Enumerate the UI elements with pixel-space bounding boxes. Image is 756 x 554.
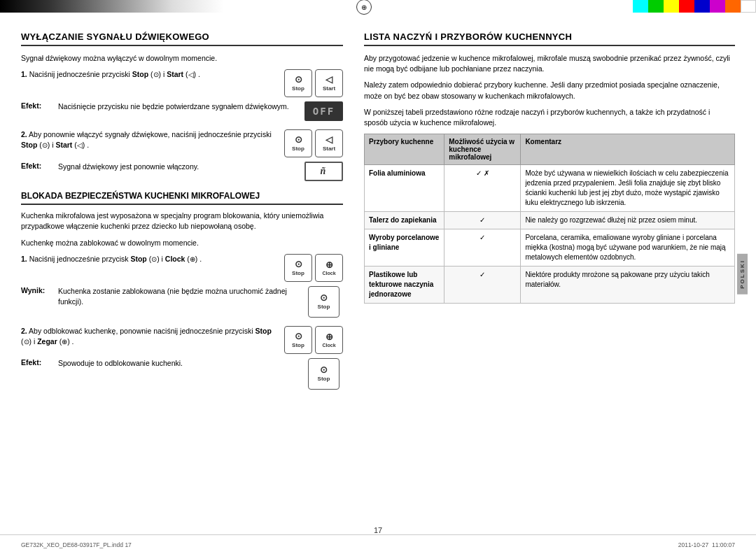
- step1-container: 1. Naciśnij jednocześnie przyciski Stop …: [21, 69, 343, 121]
- step4-zegar: Zegar: [37, 337, 57, 346]
- wynik-text: Kuchenka zostanie zablokowana (nie będzi…: [58, 286, 299, 307]
- step3-number: 1.: [21, 255, 27, 263]
- step3-prefix: Naciśnij jednocześnie przycisk: [29, 255, 131, 263]
- step4-stop-icon: (⊙): [21, 337, 34, 346]
- right-column: LISTA NACZYŃ I PRZYBORÓW KUCHENNYCH Aby …: [364, 31, 735, 526]
- step2-number: 2.: [21, 130, 27, 138]
- step1-icon-stop: (⊙): [150, 70, 163, 78]
- col-header-3: Komentarz: [521, 134, 735, 165]
- stop-button-2[interactable]: ⊙ Stop: [284, 129, 312, 157]
- start-button-2[interactable]: ◁ Start: [315, 129, 343, 157]
- table-usable-1: ✓: [444, 212, 521, 229]
- step4-suffix: .: [72, 337, 74, 346]
- table-usable-2: ✓: [444, 229, 521, 267]
- stop-button-1[interactable]: ⊙ Stop: [284, 69, 312, 97]
- section-audio-title: WYŁĄCZANIE SYGNAŁU DŹWIĘKOWEGO: [21, 31, 343, 46]
- stop-symbol-3: ⊙: [295, 260, 302, 269]
- step4-stop: Stop: [255, 327, 271, 335]
- zegar-label-4: Clock: [322, 343, 335, 348]
- left-column: WYŁĄCZANIE SYGNAŁU DŹWIĘKOWEGO Sygnał dź…: [21, 31, 343, 526]
- stop-display-btn-4: ⊙ Stop: [308, 358, 340, 390]
- green-swatch: [648, 0, 664, 13]
- stop-button-4[interactable]: ⊙ Stop: [284, 326, 312, 354]
- step4-container: 2. Aby odblokować kuchenkę, ponownie nac…: [21, 326, 343, 390]
- display-on: ñ: [304, 162, 343, 181]
- step1-start: Start: [167, 70, 183, 78]
- step3-clock-icon: (⊕): [187, 255, 197, 263]
- step2-buttons: ⊙ Stop ◁ Start: [284, 129, 343, 157]
- display-off: OFF: [304, 101, 343, 121]
- step1-text: 1. Naciśnij jednocześnie przyciski Stop …: [21, 69, 279, 80]
- step1-number: 1.: [21, 70, 27, 78]
- step3-stop: Stop: [130, 255, 146, 263]
- table-comment-1: Nie należy go rozgrzewać dłużej niż prze…: [521, 212, 735, 229]
- table-item-3: Plastikowe lub tekturowe naczynia jednor…: [365, 267, 444, 304]
- step4-zegar-icon: (⊕): [59, 337, 70, 346]
- compass-icon: ⊕: [356, 0, 372, 15]
- step2-row: 2. Aby ponownie włączyć sygnały dźwiękow…: [21, 129, 343, 157]
- table-row: Wyroby porcelanowe i gliniane ✓ Porcelan…: [365, 229, 735, 267]
- right-intro-3: W poniższej tabeli przedstawiono różne r…: [364, 107, 735, 128]
- section-lock-p2: Kuchenkę można zablokować w dowolnym mom…: [21, 238, 343, 248]
- table-row: Folia aluminiowa ✓ ✗ Może być używana w …: [365, 165, 735, 212]
- stop-label-1: Stop: [292, 85, 304, 92]
- effect4-text: Spowoduje to odblokowanie kuchenki.: [58, 358, 299, 369]
- step2-stop-icon: (⊙): [39, 141, 52, 149]
- table-item-2: Wyroby porcelanowe i gliniane: [365, 229, 444, 267]
- start-label-2: Start: [323, 145, 335, 152]
- table-row: Talerz do zapiekania ✓ Nie należy go roz…: [365, 212, 735, 229]
- section-list-title: LISTA NACZYŃ I PRZYBORÓW KUCHENNYCH: [364, 31, 735, 46]
- effect1-text: Naciśnięcie przycisku nie będzie potwier…: [58, 101, 296, 112]
- effect2-label: Efekt:: [21, 162, 52, 170]
- start-label-1: Start: [323, 85, 335, 92]
- stop-only-display: ⊙ Stop: [304, 286, 343, 318]
- step2-container: 2. Aby ponownie włączyć sygnały dźwiękow…: [21, 129, 343, 181]
- stop-symbol-1: ⊙: [295, 75, 302, 84]
- section-audio-intro: Sygnał dźwiękowy można wyłączyć w dowoln…: [21, 53, 343, 64]
- effect1-row: Efekt: Naciśnięcie przycisku nie będzie …: [21, 101, 343, 121]
- step2-text: 2. Aby ponownie włączyć sygnały dźwiękow…: [21, 129, 279, 151]
- effect4-label: Efekt:: [21, 358, 52, 367]
- section-audio: WYŁĄCZANIE SYGNAŁU DŹWIĘKOWEGO Sygnał dź…: [21, 31, 343, 181]
- step2-start-icon: (◁): [74, 141, 85, 149]
- sidebar-label: POLSKI: [737, 254, 748, 294]
- stop-symbol-4: ⊙: [295, 332, 302, 341]
- red-swatch: [679, 0, 694, 13]
- effect4-row: Efekt: Spowoduje to odblokowanie kuchenk…: [21, 358, 343, 390]
- clock-button-3[interactable]: ⊕ Clock: [315, 254, 343, 282]
- magenta-swatch: [710, 0, 725, 13]
- footer-left: GE732K_XEO_DE68-03917F_PL.indd 17: [21, 541, 132, 548]
- table-comment-0: Może być używana w niewielkich ilościach…: [521, 165, 735, 212]
- stop-button-3[interactable]: ⊙ Stop: [284, 254, 312, 282]
- table-comment-3: Niektóre produkty mrożone są pakowane pr…: [521, 267, 735, 304]
- zegar-button-4[interactable]: ⊕ Clock: [315, 326, 343, 354]
- step3-clock: Clock: [165, 255, 186, 263]
- top-color-bar: ⊕: [0, 0, 756, 13]
- clock-symbol-3: ⊕: [326, 260, 333, 269]
- step3-stop-icon: (⊙): [149, 255, 162, 263]
- main-content: WYŁĄCZANIE SYGNAŁU DŹWIĘKOWEGO Sygnał dź…: [0, 17, 756, 533]
- stop-label-2: Stop: [292, 145, 304, 152]
- step3-text: 1. Naciśnij jednocześnie przycisk Stop (…: [21, 254, 279, 265]
- step3-container: 1. Naciśnij jednocześnie przycisk Stop (…: [21, 254, 343, 318]
- step1-prefix: Naciśnij jednocześnie przyciski: [29, 70, 132, 78]
- table-usable-0: ✓ ✗: [444, 165, 521, 212]
- zegar-symbol-4: ⊕: [326, 332, 333, 341]
- table-item-1: Talerz do zapiekania: [365, 212, 444, 229]
- stop-display-btn: ⊙ Stop: [308, 286, 340, 318]
- kitchen-table: Przybory kuchenne Możliwość użycia w kuc…: [364, 134, 735, 304]
- clock-label-3: Clock: [322, 271, 335, 276]
- step3-row: 1. Naciśnij jednocześnie przycisk Stop (…: [21, 254, 343, 282]
- effect2-row: Efekt: Sygnał dźwiękowy jest ponownie wł…: [21, 162, 343, 181]
- step1-stop: Stop: [132, 70, 148, 78]
- stop-symbol-2: ⊙: [295, 135, 302, 144]
- step3-buttons: ⊙ Stop ⊕ Clock: [284, 254, 343, 282]
- section-lock: BLOKADA BEZPIECZEŃSTWA KUCHENKI MIKROFAL…: [21, 191, 343, 390]
- table-comment-2: Porcelana, ceramika, emaliowane wyroby g…: [521, 229, 735, 267]
- stop-display-sym: ⊙: [320, 293, 328, 302]
- start-button-1[interactable]: ◁ Start: [315, 69, 343, 97]
- footer-right: 2011-10-27 ￼ 11:00:07: [678, 541, 735, 548]
- grayscale-bar: [0, 0, 224, 13]
- step2-stop: Stop: [21, 141, 37, 149]
- start-symbol-2: ◁: [326, 135, 332, 144]
